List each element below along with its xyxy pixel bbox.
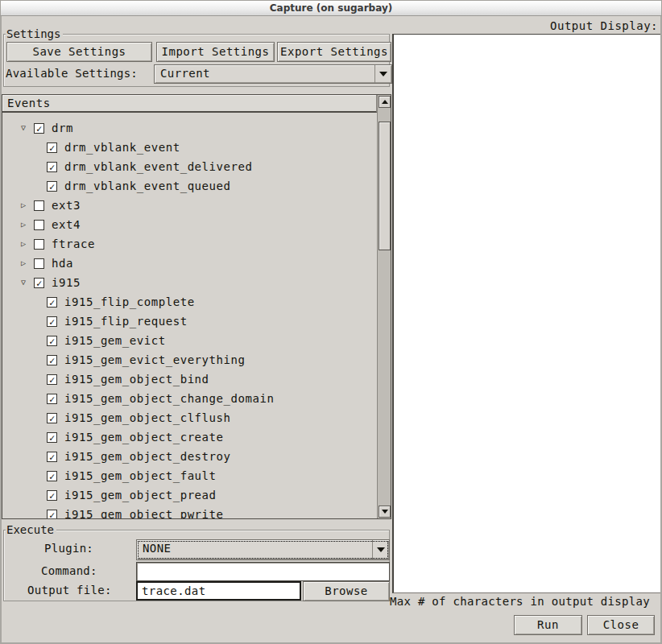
tree-row-i915_gem_evict_everything[interactable]: ✓i915_gem_evict_everything [2, 350, 377, 369]
run-button[interactable]: Run [514, 615, 582, 635]
tree-row-i915_gem_object_destroy[interactable]: ✓i915_gem_object_destroy [2, 447, 377, 466]
save-settings-button[interactable]: Save Settings [6, 42, 152, 62]
tree-row-i915[interactable]: ▽✓i915 [2, 273, 377, 292]
checkbox-drm_vblank_event_queued[interactable]: ✓ [47, 181, 57, 192]
execute-frame: Execute Plugin: NONE Command: Output fil… [3, 530, 390, 601]
tree-row-drm_vblank_event_delivered[interactable]: ✓drm_vblank_event_delivered [2, 157, 377, 176]
tree-row-i915_gem_object_create[interactable]: ✓i915_gem_object_create [2, 427, 377, 447]
checkbox-ext4[interactable] [34, 220, 44, 230]
checkbox-i915_gem_object_fault[interactable]: ✓ [47, 471, 57, 481]
tree-row-i915_gem_object_pread[interactable]: ✓i915_gem_object_pread [2, 485, 377, 505]
tree-item-label: i915_flip_complete [64, 295, 195, 308]
tree-item-label: i915 [52, 276, 81, 289]
checkbox-ftrace[interactable] [34, 239, 44, 250]
output-display-label: Output Display: [550, 19, 658, 32]
events-scrollbar[interactable] [377, 95, 391, 518]
tree-item-label: ftrace [52, 237, 95, 250]
output-file-input[interactable] [136, 581, 301, 601]
checkbox-i915[interactable]: ✓ [34, 278, 44, 288]
checkbox-hda[interactable] [34, 258, 44, 269]
tree-row-i915_flip_request[interactable]: ✓i915_flip_request [2, 312, 377, 331]
tree-item-label: i915_gem_object_clflush [64, 411, 231, 424]
max-chars-label: Max # of characters in output display [390, 595, 662, 608]
command-label: Command: [41, 564, 97, 577]
chevron-down-icon[interactable] [374, 65, 391, 83]
plugin-dropdown[interactable]: NONE [136, 539, 390, 560]
checkbox-i915_gem_object_pwrite[interactable]: ✓ [47, 510, 57, 519]
events-column-header[interactable]: Events [2, 95, 377, 113]
tree-row-drm_vblank_event_queued[interactable]: ✓drm_vblank_event_queued [2, 176, 377, 196]
tree-item-label: ext3 [52, 199, 81, 212]
tree-row-ext3[interactable]: ▷ext3 [2, 196, 377, 215]
checkbox-i915_gem_evict_everything[interactable]: ✓ [47, 355, 57, 365]
expander-closed-icon[interactable]: ▷ [18, 238, 29, 250]
tree-row-i915_gem_object_fault[interactable]: ✓i915_gem_object_fault [2, 466, 377, 485]
tree-item-label: i915_gem_object_create [64, 431, 224, 444]
checkbox-drm[interactable]: ✓ [34, 123, 44, 134]
available-settings-dropdown[interactable]: Current [154, 64, 392, 84]
window-title: Capture (on sugarbay) [270, 2, 392, 14]
tree-item-label: i915_gem_object_fault [64, 469, 217, 482]
tree-item-label: ext4 [52, 218, 81, 231]
checkbox-drm_vblank_event[interactable]: ✓ [47, 142, 57, 153]
tree-row-i915_flip_complete[interactable]: ✓i915_flip_complete [2, 292, 377, 312]
plugin-value: NONE [143, 542, 171, 555]
checkbox-i915_gem_object_destroy[interactable]: ✓ [47, 452, 57, 462]
tree-item-label: i915_gem_object_pread [64, 489, 217, 502]
arrow-down-icon [382, 510, 388, 514]
arrow-up-icon [382, 100, 388, 104]
tree-row-drm_vblank_event[interactable]: ✓drm_vblank_event [2, 138, 377, 157]
tree-item-label: i915_gem_object_pwrite [64, 508, 224, 518]
tree-item-label: i915_gem_evict [64, 334, 166, 347]
tree-item-label: i915_gem_object_destroy [64, 450, 231, 463]
tree-item-label: i915_gem_object_change_domain [64, 392, 274, 405]
tree-row-i915_gem_object_pwrite[interactable]: ✓i915_gem_object_pwrite [2, 505, 377, 518]
checkbox-i915_gem_object_create[interactable]: ✓ [47, 432, 57, 443]
tree-row-i915_gem_object_change_domain[interactable]: ✓i915_gem_object_change_domain [2, 389, 377, 408]
events-treeview: Events ▽✓drm✓drm_vblank_event✓drm_vblank… [2, 94, 391, 519]
tree-row-hda[interactable]: ▷hda [2, 254, 377, 273]
tree-row-i915_gem_evict[interactable]: ✓i915_gem_evict [2, 331, 377, 350]
tree-item-label: drm [52, 122, 73, 134]
expander-closed-icon[interactable]: ▷ [18, 258, 29, 269]
output-file-label: Output file: [27, 584, 112, 597]
tree-item-label: i915_flip_request [64, 315, 188, 328]
checkbox-i915_gem_object_pread[interactable]: ✓ [47, 490, 57, 501]
import-settings-button[interactable]: Import Settings [156, 42, 275, 62]
tree-item-label: i915_gem_object_bind [64, 373, 209, 386]
checkbox-drm_vblank_event_delivered[interactable]: ✓ [47, 162, 57, 172]
checkbox-i915_flip_request[interactable]: ✓ [47, 316, 57, 327]
tree-row-i915_gem_object_bind[interactable]: ✓i915_gem_object_bind [2, 369, 377, 389]
tree-row-i915_gem_object_clflush[interactable]: ✓i915_gem_object_clflush [2, 408, 377, 427]
checkbox-i915_gem_object_change_domain[interactable]: ✓ [47, 394, 57, 404]
settings-frame: Settings Save SettingsImport SettingsExp… [3, 34, 390, 87]
execute-frame-label: Execute [6, 523, 56, 536]
checkbox-i915_gem_object_clflush[interactable]: ✓ [47, 413, 57, 423]
export-settings-button[interactable]: Export Settings [277, 42, 391, 62]
tree-row-ftrace[interactable]: ▷ftrace [2, 234, 377, 254]
chevron-down-icon[interactable] [372, 540, 389, 559]
scrollbar-down-button[interactable] [379, 506, 391, 518]
browse-button[interactable]: Browse [303, 581, 390, 601]
expander-open-icon[interactable]: ▽ [18, 122, 29, 134]
checkbox-i915_gem_object_bind[interactable]: ✓ [47, 374, 57, 385]
capture-window: Capture (on sugarbay) Settings Save Sett… [0, 0, 662, 644]
expander-closed-icon[interactable]: ▷ [18, 200, 29, 211]
tree-item-label: i915_gem_evict_everything [64, 353, 245, 366]
command-input[interactable] [136, 562, 390, 581]
available-settings-label: Available Settings: [6, 67, 138, 80]
tree-item-label: drm_vblank_event_queued [64, 180, 231, 192]
scrollbar-up-button[interactable] [379, 96, 391, 108]
settings-frame-label: Settings [6, 27, 63, 40]
window-titlebar[interactable]: Capture (on sugarbay) [0, 0, 662, 16]
checkbox-ext3[interactable] [34, 200, 44, 211]
output-display-area[interactable] [392, 34, 660, 593]
checkbox-i915_gem_evict[interactable]: ✓ [47, 336, 57, 346]
close-button[interactable]: Close [587, 615, 655, 635]
scrollbar-thumb[interactable] [379, 122, 391, 250]
tree-row-drm[interactable]: ▽✓drm [2, 118, 377, 138]
expander-open-icon[interactable]: ▽ [18, 277, 29, 288]
expander-closed-icon[interactable]: ▷ [18, 219, 29, 230]
tree-row-ext4[interactable]: ▷ext4 [2, 215, 377, 234]
checkbox-i915_flip_complete[interactable]: ✓ [47, 297, 57, 308]
